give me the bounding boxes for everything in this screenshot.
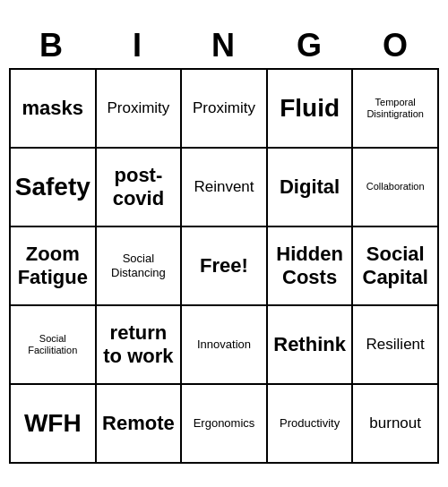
bingo-grid: masksProximityProximityFluidTemporal Dis… [9, 68, 439, 464]
cell-text: Zoom Fatigue [14, 243, 91, 290]
cell-text: return to work [100, 321, 177, 369]
bingo-cell-r2-c3: Hidden Costs [268, 227, 354, 306]
bingo-header-letter: N [181, 23, 267, 68]
cell-text: Fluid [280, 93, 340, 124]
bingo-cell-r1-c0: Safety [11, 149, 97, 227]
cell-text: Reinvent [194, 178, 254, 196]
cell-text: Collaboration [366, 181, 425, 192]
bingo-cell-r3-c2: Innovation [182, 306, 268, 385]
bingo-cell-r3-c0: Social Facilitiation [11, 306, 97, 385]
cell-text: WFH [24, 408, 82, 439]
cell-text: Hidden Costs [271, 243, 349, 290]
bingo-cell-r0-c1: Proximity [97, 70, 183, 149]
bingo-cell-r2-c2: Free! [182, 227, 268, 306]
bingo-card: BINGO masksProximityProximityFluidTempor… [9, 23, 439, 464]
bingo-header-letter: I [95, 23, 181, 68]
cell-text: Social Capital [357, 243, 434, 290]
bingo-cell-r0-c3: Fluid [268, 70, 354, 149]
bingo-cell-r4-c2: Ergonomics [182, 385, 268, 464]
bingo-cell-r2-c0: Zoom Fatigue [11, 227, 97, 306]
cell-text: post-covid [100, 164, 177, 211]
bingo-cell-r0-c0: masks [11, 70, 97, 149]
cell-text: Remote [102, 412, 175, 435]
bingo-cell-r3-c3: Rethink [268, 306, 354, 385]
cell-text: Safety [15, 172, 90, 202]
bingo-header-letter: B [9, 23, 95, 68]
bingo-cell-r3-c1: return to work [97, 306, 183, 385]
cell-text: Proximity [107, 99, 169, 117]
cell-text: Resilient [366, 336, 425, 354]
bingo-header-letter: G [267, 23, 353, 68]
bingo-cell-r1-c3: Digital [268, 149, 354, 227]
cell-text: Digital [280, 175, 340, 199]
cell-text: masks [22, 97, 84, 120]
bingo-cell-r4-c4: burnout [353, 385, 439, 464]
cell-text: Productivity [280, 416, 340, 431]
cell-text: Social Distancing [100, 252, 177, 279]
cell-text: Ergonomics [194, 416, 255, 431]
bingo-cell-r1-c4: Collaboration [353, 149, 439, 227]
bingo-cell-r3-c4: Resilient [353, 306, 439, 385]
cell-text: Proximity [193, 99, 255, 117]
bingo-cell-r4-c3: Productivity [268, 385, 354, 464]
bingo-cell-r2-c4: Social Capital [353, 227, 439, 306]
cell-text: Free! [200, 254, 248, 278]
bingo-cell-r4-c1: Remote [97, 385, 183, 464]
bingo-header: BINGO [9, 23, 439, 68]
bingo-cell-r0-c2: Proximity [182, 70, 268, 149]
bingo-cell-r1-c2: Reinvent [182, 149, 268, 227]
cell-text: Innovation [197, 337, 251, 352]
bingo-header-letter: O [353, 23, 439, 68]
cell-text: Temporal Disintigration [357, 97, 434, 120]
bingo-cell-r2-c1: Social Distancing [97, 227, 183, 306]
cell-text: Social Facilitiation [14, 333, 91, 356]
bingo-cell-r1-c1: post-covid [97, 149, 183, 227]
cell-text: burnout [369, 414, 421, 432]
cell-text: Rethink [273, 333, 346, 356]
bingo-cell-r0-c4: Temporal Disintigration [353, 70, 439, 149]
bingo-cell-r4-c0: WFH [11, 385, 97, 464]
